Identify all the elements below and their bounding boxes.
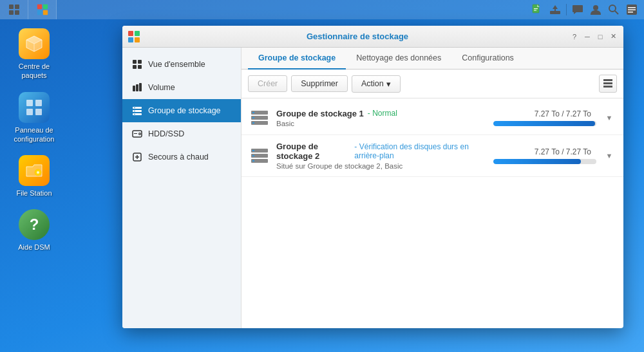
file-station-label: File Station	[16, 189, 52, 198]
svg-rect-1	[15, 5, 19, 9]
svg-rect-26	[35, 100, 42, 106]
taskbar-accessibility-icon[interactable]	[625, 3, 639, 17]
svg-rect-4	[37, 5, 41, 9]
help-icon: ?	[19, 209, 50, 240]
taskbar-search-icon[interactable]	[607, 3, 621, 17]
taskbar-app-grid[interactable]	[0, 0, 28, 19]
tab-configurations[interactable]: Configurations	[451, 48, 524, 69]
storage-manager-window: Gestionnaire de stockage ? ─ □ ✕	[122, 26, 623, 328]
desktop: Centre de paquets Panneau de configurati…	[0, 0, 644, 352]
storage-group-1-info: Groupe de stockage 1 - Normal Basic	[276, 109, 487, 127]
svg-rect-67	[252, 150, 254, 151]
action-button[interactable]: Action ▾	[352, 75, 401, 93]
taskbar-file-icon[interactable]	[530, 3, 544, 17]
storage-group-2[interactable]: Groupe de stockage 2 - Vérification des …	[242, 135, 623, 177]
window-help-btn[interactable]: ?	[569, 32, 580, 42]
svg-rect-61	[252, 112, 254, 113]
svg-rect-68	[252, 155, 254, 156]
svg-rect-28	[35, 109, 42, 115]
svg-rect-10	[534, 10, 536, 11]
hdd-icon	[131, 128, 143, 140]
storage-group-2-type: Situé sur Groupe de stockage 2, Basic	[276, 162, 487, 170]
storage-group-icon	[131, 105, 143, 116]
sidebar-item-vue-ensemble[interactable]: Vue d'ensemble	[122, 53, 241, 76]
delete-label: Supprimer	[301, 79, 338, 88]
create-label: Créer	[258, 79, 278, 88]
svg-rect-57	[603, 86, 612, 88]
storage-group-1-right: 7.27 To / 7.27 To	[493, 109, 596, 126]
svg-rect-51	[134, 133, 137, 134]
svg-rect-3	[15, 10, 19, 15]
storage-group-2-size: 7.27 To / 7.27 To	[535, 147, 591, 156]
svg-rect-62	[252, 117, 254, 118]
window-controls: ? ─ □ ✕	[569, 32, 618, 42]
svg-rect-0	[9, 5, 14, 9]
svg-rect-9	[534, 8, 538, 9]
sidebar-item-groupe-stockage[interactable]: Groupe de stockage	[122, 99, 241, 122]
main-content: Groupe de stockage Nettoyage des données…	[242, 48, 623, 328]
storage-group-1-status: - Normal	[368, 109, 397, 118]
panneau-label: Panneau de configuration	[14, 125, 55, 144]
list-view-button[interactable]	[599, 75, 617, 93]
svg-rect-31	[128, 31, 133, 36]
svg-rect-36	[138, 60, 142, 64]
desktop-icons: Centre de paquets Panneau de configurati…	[12, 26, 57, 255]
window-close-btn[interactable]: ✕	[608, 32, 618, 42]
taskbar	[0, 0, 644, 19]
storage-group-2-info: Groupe de stockage 2 - Vérification des …	[276, 142, 487, 170]
sidebar-vue-ensemble-label: Vue d'ensemble	[148, 60, 205, 69]
svg-rect-69	[252, 160, 254, 162]
svg-rect-17	[628, 7, 636, 8]
desktop-icon-panneau[interactable]: Panneau de configuration	[12, 89, 57, 147]
sidebar-volume-label: Volume	[148, 83, 175, 92]
sidebar-item-hdd-ssd[interactable]: HDD/SSD	[122, 122, 241, 145]
tab-groupe-stockage[interactable]: Groupe de stockage	[248, 48, 346, 69]
svg-rect-46	[134, 111, 135, 111]
sidebar-groupe-stockage-label: Groupe de stockage	[148, 106, 221, 115]
sidebar-hdd-label: HDD/SSD	[148, 129, 184, 138]
svg-point-30	[37, 171, 39, 174]
svg-rect-18	[628, 10, 636, 11]
svg-point-50	[139, 133, 140, 134]
delete-button[interactable]: Supprimer	[291, 75, 348, 92]
svg-point-14	[609, 5, 616, 12]
storage-list: Groupe de stockage 1 - Normal Basic 7.27…	[242, 98, 623, 328]
taskbar-chat-icon[interactable]	[571, 3, 585, 17]
hotspare-icon	[131, 151, 143, 163]
storage-group-1-icon	[249, 107, 270, 128]
svg-point-13	[593, 5, 598, 10]
window-maximize-btn[interactable]: □	[595, 32, 605, 42]
svg-rect-38	[138, 65, 142, 69]
svg-rect-5	[43, 5, 47, 9]
desktop-icon-centre-paquets[interactable]: Centre de paquets	[12, 26, 57, 83]
window-titlebar: Gestionnaire de stockage ? ─ □ ✕	[122, 26, 623, 48]
storage-group-1-expand[interactable]: ▼	[603, 111, 616, 124]
volume-icon	[131, 82, 143, 93]
desktop-icon-file-station[interactable]: File Station	[12, 153, 57, 200]
storage-group-1-name: Groupe de stockage 1	[276, 109, 364, 118]
svg-rect-40	[136, 84, 138, 91]
svg-rect-32	[135, 31, 140, 36]
svg-rect-55	[603, 79, 612, 81]
create-button[interactable]: Créer	[248, 75, 287, 92]
storage-group-1-size: 7.27 To / 7.27 To	[535, 109, 591, 118]
taskbar-user-icon[interactable]	[589, 3, 603, 17]
taskbar-divider	[566, 4, 567, 15]
aide-dsm-label: Aide DSM	[18, 243, 50, 252]
tab-nettoyage[interactable]: Nettoyage des données	[346, 48, 451, 69]
storage-group-1-type: Basic	[276, 120, 487, 127]
sidebar-item-volume[interactable]: Volume	[122, 76, 241, 99]
svg-rect-63	[252, 122, 254, 124]
sidebar-secours-label: Secours à chaud	[148, 153, 209, 162]
centre-paquets-label: Centre de paquets	[14, 62, 54, 80]
storage-group-1[interactable]: Groupe de stockage 1 - Normal Basic 7.27…	[242, 101, 623, 135]
svg-rect-2	[9, 10, 14, 15]
window-minimize-btn[interactable]: ─	[582, 32, 592, 42]
window-title-icon	[128, 30, 140, 43]
sidebar-item-secours-chaud[interactable]: Secours à chaud	[122, 145, 241, 169]
desktop-icon-aide-dsm[interactable]: ? Aide DSM	[12, 207, 57, 254]
svg-rect-19	[628, 12, 633, 13]
storage-group-2-expand[interactable]: ▼	[603, 149, 616, 162]
taskbar-upload-icon[interactable]	[548, 3, 562, 17]
taskbar-app-storage[interactable]	[28, 0, 57, 19]
